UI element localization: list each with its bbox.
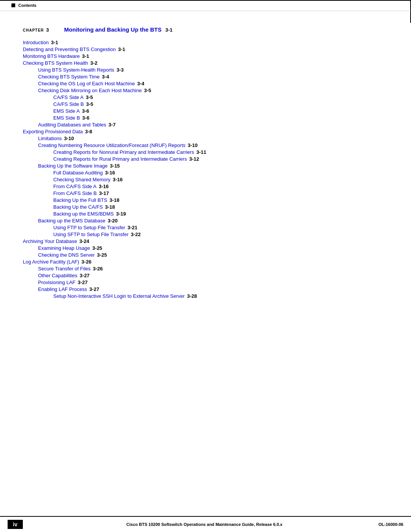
toc-page: 3-3 [116,67,124,73]
toc-row: CA/FS Side A3-5 [23,94,388,100]
footer-center-text: Cisco BTS 10200 Softswitch Operations an… [30,522,379,527]
toc-link[interactable]: Backing up the EMS Database [38,218,105,224]
toc-row: Limitations3-10 [23,136,388,141]
toc-link[interactable]: Log Archive Facility (LAF) [23,259,79,265]
toc-link[interactable]: Creating Numbering Resource Utilization/… [38,142,185,148]
toc-link[interactable]: Checking the DNS Server [38,252,95,258]
chapter-label: CHAPTER [23,28,44,32]
toc-row: Backing up the EMS/BDMS3-19 [23,211,388,217]
toc-link[interactable]: Enabling LAF Process [38,286,87,292]
toc-link[interactable]: Backing up the EMS/BDMS [53,211,114,217]
toc-link[interactable]: Checking BTS System Time [38,74,100,80]
toc-container: Introduction3-1Detecting and Preventing … [23,40,388,299]
toc-row: Checking Shared Memory3-16 [23,177,388,182]
toc-link[interactable]: Other Capabilities [38,273,77,278]
toc-row: Creating Numbering Resource Utilization/… [23,142,388,148]
toc-row: Checking Disk Mirroring on Each Host Mac… [23,88,388,93]
toc-page: 3-26 [93,266,103,272]
toc-row: CA/FS Side B3-5 [23,101,388,107]
header: Contents [0,0,411,11]
toc-page: 3-18 [110,197,119,203]
toc-link[interactable]: Using BTS System-Health Reports [38,67,114,73]
toc-page: 3-25 [97,252,107,258]
toc-link[interactable]: CA/FS Side B [53,101,84,107]
toc-link[interactable]: Exporting Provisioned Data [23,129,83,134]
toc-row: EMS Side A3-6 [23,108,388,114]
toc-link[interactable]: Using SFTP to Setup File Transfer [53,232,129,237]
toc-link[interactable]: Provisioning LAF [38,280,75,285]
toc-link[interactable]: Introduction [23,40,49,45]
toc-row: Checking BTS System Health3-2 [23,60,388,66]
toc-page: 3-5 [144,88,151,93]
toc-row: Detecting and Preventing BTS Congestion3… [23,46,388,52]
toc-link[interactable]: Limitations [38,136,62,141]
toc-page: 3-12 [189,156,199,162]
footer-page-label: iv [8,520,23,529]
toc-page: 3-24 [79,238,89,244]
toc-page: 3-26 [81,259,91,265]
toc-page: 3-1 [82,53,89,59]
toc-page: 3-7 [108,122,116,128]
toc-link[interactable]: Checking Disk Mirroring on Each Host Mac… [38,88,142,93]
toc-row: Enabling LAF Process3-27 [23,286,388,292]
toc-page: 3-4 [102,74,109,80]
toc-page: 3-20 [108,218,118,224]
toc-page: 3-28 [187,293,197,299]
toc-link[interactable]: From CA/FS Side A [53,184,96,189]
main-content: CHAPTER 3 Monitoring and Backing Up the … [0,11,411,323]
page-container: Contents CHAPTER 3 Monitoring and Backin… [0,0,411,532]
toc-page: 3-27 [89,286,99,292]
toc-page: 3-18 [105,204,115,210]
toc-link[interactable]: Archiving Your Database [23,238,77,244]
toc-row: Backing Up the Software Image3-15 [23,163,388,169]
chapter-page: 3-1 [165,27,172,33]
toc-link[interactable]: EMS Side A [53,108,80,114]
toc-page: 3-6 [82,115,89,121]
toc-page: 3-27 [80,273,89,278]
toc-link[interactable]: Setup Non-Interactive SSH Login to Exter… [53,293,185,299]
toc-page: 3-16 [99,184,108,189]
header-label: Contents [18,3,37,8]
toc-link[interactable]: Auditing Databases and Tables [38,122,106,128]
toc-row: Secure Transfer of Files3-26 [23,266,388,272]
toc-page: 3-1 [51,40,58,45]
toc-link[interactable]: Full Database Auditing [53,170,103,176]
toc-page: 3-2 [90,60,97,66]
toc-link[interactable]: Backing Up the Full BTS [53,197,107,203]
toc-row: Creating Reports for Nonrural Primary an… [23,149,388,155]
toc-link[interactable]: Monitoring BTS Hardware [23,53,80,59]
toc-link[interactable]: Creating Reports for Rural Primary and I… [53,156,187,162]
toc-row: Archiving Your Database3-24 [23,238,388,244]
toc-link[interactable]: Creating Reports for Nonrural Primary an… [53,149,194,155]
toc-link[interactable]: Checking BTS System Health [23,60,88,66]
toc-page: 3-16 [105,170,115,176]
toc-link[interactable]: Checking Shared Memory [53,177,110,182]
chapter-number: 3 [46,27,49,33]
toc-row: Checking the OS Log of Each Host Machine… [23,81,388,86]
toc-row: Provisioning LAF3-27 [23,280,388,285]
toc-link[interactable]: From CA/FS Side B [53,190,97,196]
toc-page: 3-1 [118,46,125,52]
toc-page: 3-16 [113,177,123,182]
toc-row: Checking BTS System Time3-4 [23,74,388,80]
chapter-title: Monitoring and Backing Up the BTS [64,26,162,33]
toc-link[interactable]: Examining Heap Usage [38,245,90,251]
toc-link[interactable]: Secure Transfer of Files [38,266,91,272]
toc-link[interactable]: Using FTP to Setup File Transfer [53,225,125,230]
toc-row: Introduction3-1 [23,40,388,45]
toc-row: From CA/FS Side B3-17 [23,190,388,196]
toc-row: Backing Up the CA/FS3-18 [23,204,388,210]
toc-row: Log Archive Facility (LAF)3-26 [23,259,388,265]
header-square [11,3,15,7]
chapter-line: CHAPTER 3 Monitoring and Backing Up the … [23,26,388,33]
toc-link[interactable]: Backing Up the CA/FS [53,204,103,210]
toc-row: Setup Non-Interactive SSH Login to Exter… [23,293,388,299]
toc-link[interactable]: EMS Side B [53,115,80,121]
toc-page: 3-10 [188,142,198,148]
toc-link[interactable]: CA/FS Side A [53,94,83,100]
toc-link[interactable]: Checking the OS Log of Each Host Machine [38,81,135,86]
toc-link[interactable]: Detecting and Preventing BTS Congestion [23,46,116,52]
toc-page: 3-5 [86,101,93,107]
toc-link[interactable]: Backing Up the Software Image [38,163,108,169]
toc-row: EMS Side B3-6 [23,115,388,121]
